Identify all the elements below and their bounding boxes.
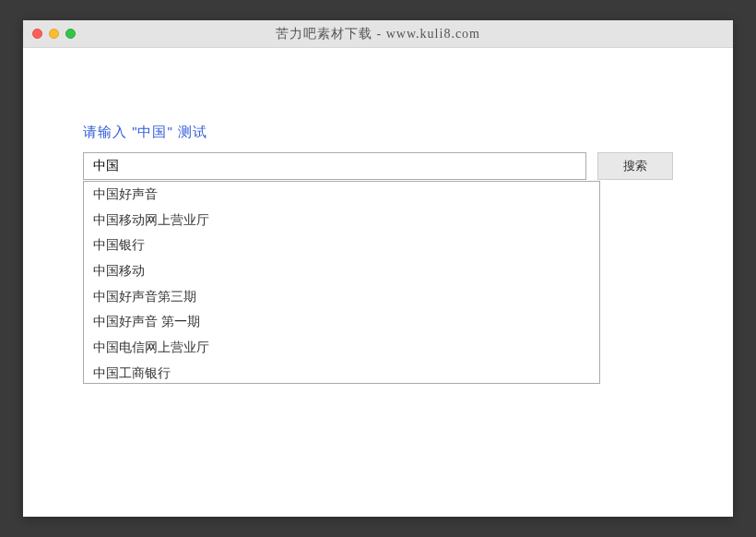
list-item[interactable]: 中国移动网上营业厅 — [84, 208, 599, 233]
app-window: 苦力吧素材下载 - www.kuli8.com 请输入 "中国" 测试 搜索 中… — [23, 20, 733, 517]
search-button[interactable]: 搜索 — [597, 152, 673, 180]
titlebar: 苦力吧素材下载 - www.kuli8.com — [23, 20, 733, 48]
list-item[interactable]: 中国工商银行 — [84, 361, 599, 384]
content-area: 请输入 "中国" 测试 搜索 中国好声音 中国移动网上营业厅 中国银行 中国移动… — [23, 48, 733, 517]
list-item[interactable]: 中国电信网上营业厅 — [84, 335, 599, 361]
list-item[interactable]: 中国好声音 第一期 — [84, 309, 599, 335]
minimize-icon[interactable] — [49, 29, 59, 39]
list-item[interactable]: 中国好声音 — [84, 182, 599, 208]
window-title: 苦力吧素材下载 - www.kuli8.com — [32, 26, 724, 42]
search-row: 搜索 — [83, 152, 673, 180]
list-item[interactable]: 中国移动 — [84, 258, 599, 284]
traffic-lights — [32, 29, 76, 39]
search-input[interactable] — [83, 152, 586, 180]
hint-label: 请输入 "中国" 测试 — [83, 124, 673, 141]
maximize-icon[interactable] — [65, 29, 76, 39]
list-item[interactable]: 中国好声音第三期 — [84, 284, 599, 310]
suggestion-dropdown[interactable]: 中国好声音 中国移动网上营业厅 中国银行 中国移动 中国好声音第三期 中国好声音… — [83, 181, 600, 384]
close-icon[interactable] — [32, 29, 42, 39]
list-item[interactable]: 中国银行 — [84, 233, 599, 258]
